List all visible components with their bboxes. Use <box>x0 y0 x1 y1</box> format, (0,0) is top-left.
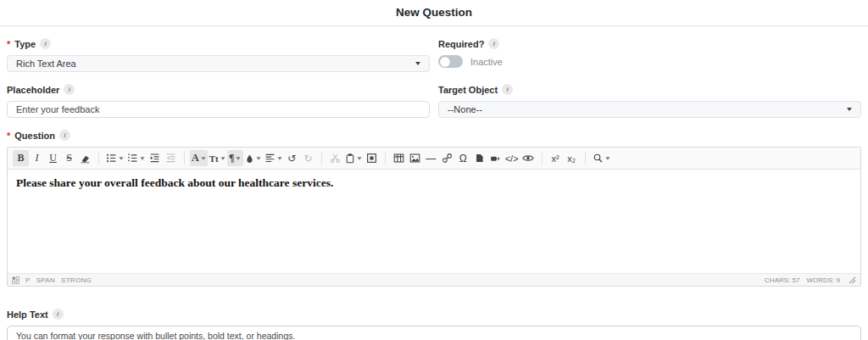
toggle-state-label: Inactive <box>470 57 503 67</box>
toolbar-divider <box>542 152 542 164</box>
highlight-color-button[interactable] <box>243 150 263 166</box>
chevron-down-icon <box>605 157 609 159</box>
video-camera-icon <box>489 153 501 164</box>
editor-status-bar: P SPAN STRONG CHARS: 57 WORDS: 9 <box>8 273 860 286</box>
modal-header: New Question <box>0 0 868 26</box>
numbered-list-icon <box>127 153 138 164</box>
toggle-knob-icon <box>440 57 450 67</box>
numbered-list-button[interactable] <box>125 150 147 166</box>
placeholder-field: Placeholder i <box>7 84 430 118</box>
page-title: New Question <box>0 6 868 19</box>
underline-button[interactable]: U <box>45 150 61 166</box>
placeholder-label: Placeholder <box>7 85 59 95</box>
insert-media-button[interactable] <box>487 150 504 166</box>
new-question-form: * Type i Rich Text Area Required? i Inac… <box>0 26 868 340</box>
chevron-down-icon <box>415 62 420 65</box>
strikethrough-button[interactable]: S <box>61 150 77 166</box>
superscript-button[interactable]: x² <box>548 150 564 166</box>
horizontal-rule-button[interactable]: — <box>423 150 439 166</box>
find-and-replace-button[interactable] <box>591 150 612 166</box>
info-icon[interactable]: i <box>53 309 64 320</box>
remove-format-button[interactable] <box>77 150 93 166</box>
redo-button[interactable]: ↻ <box>300 150 316 166</box>
toolbar-divider <box>98 152 99 164</box>
align-left-icon <box>264 153 275 164</box>
toolbar-divider <box>385 152 386 164</box>
target-object-label: Target Object <box>438 85 498 95</box>
required-asterisk: * <box>7 131 10 141</box>
target-object-select-value: --None-- <box>448 104 482 114</box>
chevron-down-icon <box>201 157 205 159</box>
target-object-select[interactable]: --None-- <box>438 101 861 118</box>
resize-grip-icon[interactable] <box>849 276 856 284</box>
file-icon <box>475 153 484 164</box>
alignment-button[interactable] <box>263 150 284 166</box>
eye-icon <box>522 153 534 163</box>
decrease-indent-icon <box>165 153 176 164</box>
path-item-p[interactable]: P <box>25 276 31 284</box>
insert-image-button[interactable] <box>407 150 423 166</box>
chevron-down-icon <box>847 108 852 111</box>
path-item-span[interactable]: SPAN <box>36 276 55 284</box>
editor-content-area[interactable]: Please share your overall feedback about… <box>8 170 860 273</box>
paragraph-format-button[interactable]: ¶ <box>227 150 243 166</box>
preview-button[interactable] <box>520 150 537 166</box>
increase-indent-button[interactable] <box>147 150 163 166</box>
info-icon[interactable]: i <box>488 38 499 49</box>
droplet-icon <box>245 153 254 164</box>
required-label: Required? <box>438 39 484 49</box>
info-icon[interactable]: i <box>502 84 513 95</box>
help-text-field: Help Text i You can format your response… <box>7 309 861 340</box>
required-field: Required? i Inactive <box>438 38 861 72</box>
chevron-down-icon <box>140 157 144 159</box>
font-size-icon: Tt <box>209 153 219 164</box>
insert-file-button[interactable] <box>471 150 487 166</box>
target-object-field: Target Object i --None-- <box>438 84 861 118</box>
help-text-label: Help Text <box>7 309 48 320</box>
font-color-icon: A <box>192 152 199 164</box>
toolbar-divider <box>321 152 322 164</box>
toolbar-divider <box>184 152 185 164</box>
paragraph-icon: ¶ <box>229 152 234 164</box>
chevron-down-icon <box>220 157 225 159</box>
question-label: Question <box>14 131 55 141</box>
type-label: Type <box>14 39 36 49</box>
decrease-indent-button[interactable] <box>163 150 179 166</box>
editor-toolbar: B I U S <box>8 148 860 170</box>
bulleted-list-button[interactable] <box>104 150 125 166</box>
question-field: * Question i B I U S <box>7 130 861 287</box>
undo-button[interactable]: ↺ <box>284 150 300 166</box>
chevron-down-icon <box>236 157 241 159</box>
bulleted-list-icon <box>106 153 117 164</box>
rich-text-editor: B I U S <box>7 147 861 287</box>
info-icon[interactable]: i <box>64 84 75 95</box>
type-select[interactable]: Rich Text Area <box>7 55 430 72</box>
font-size-button[interactable]: Tt <box>208 150 227 166</box>
required-toggle[interactable] <box>438 55 463 68</box>
question-text: Please share your overall feedback about… <box>16 176 852 190</box>
chevron-down-icon <box>119 157 123 159</box>
table-icon <box>393 153 404 164</box>
info-icon[interactable]: i <box>40 38 51 49</box>
special-characters-button[interactable]: Ω <box>455 150 471 166</box>
bold-button[interactable]: B <box>13 150 29 166</box>
cut-button[interactable] <box>327 150 343 166</box>
required-asterisk: * <box>7 39 10 49</box>
magnifier-icon <box>593 153 604 164</box>
path-item-strong[interactable]: STRONG <box>61 276 92 284</box>
source-code-button[interactable]: </> <box>504 150 520 166</box>
help-text-input[interactable]: You can format your response with bullet… <box>7 326 861 340</box>
placeholder-input[interactable] <box>7 101 430 118</box>
font-color-button[interactable]: A <box>190 150 208 166</box>
maximize-button[interactable] <box>364 150 380 166</box>
link-button[interactable] <box>439 150 455 166</box>
info-icon[interactable]: i <box>59 130 70 141</box>
italic-button[interactable]: I <box>29 150 45 166</box>
eraser-icon <box>80 153 91 164</box>
type-select-value: Rich Text Area <box>16 59 76 69</box>
paste-button[interactable] <box>343 150 364 166</box>
insert-table-button[interactable] <box>391 150 407 166</box>
element-path-icon <box>12 276 19 284</box>
chevron-down-icon <box>357 157 361 159</box>
subscript-button[interactable]: x₂ <box>564 150 580 166</box>
